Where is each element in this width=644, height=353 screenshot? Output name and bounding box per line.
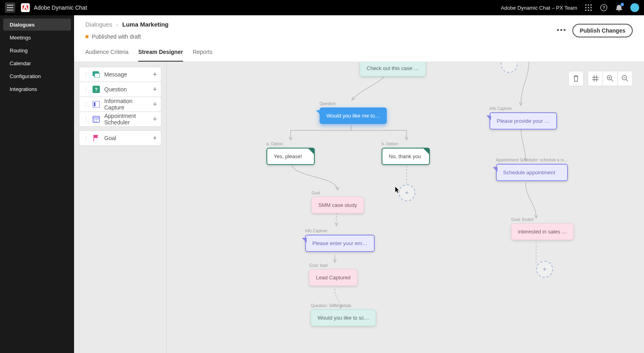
drag-handle-icon: ⋮ — [83, 116, 89, 122]
publish-button[interactable]: Publish Changes — [572, 24, 633, 37]
breadcrumb-current: Luma Marketing — [122, 21, 169, 28]
app-grid-icon[interactable] — [584, 4, 592, 12]
palette-item-label: Message — [104, 71, 153, 78]
add-node-placeholder[interactable] — [501, 62, 518, 73]
svg-point-25 — [94, 119, 95, 120]
flow-canvas[interactable]: Check out this case … Question Would you… — [167, 62, 644, 353]
grid-tool-icon[interactable] — [588, 71, 603, 86]
flag-icon — [92, 134, 100, 142]
sidenav-item-routing[interactable]: Routing — [3, 44, 71, 56]
publish-status: Published with draft — [85, 33, 169, 40]
node-goal-lead[interactable]: Goal: lead Lead Captured — [309, 263, 357, 286]
palette-item-label: Appointment Scheduler — [104, 113, 153, 126]
palette-item-goal[interactable]: ⋮ Goal + — [79, 130, 161, 146]
node-option-no[interactable]: b. Option No, thank you — [382, 142, 430, 165]
chevron-right-icon: › — [116, 21, 118, 28]
component-palette: ⋮ Message + ⋮ ? Question + ⋮ Information… — [74, 62, 167, 353]
breadcrumb-root[interactable]: Dialogues — [85, 21, 112, 28]
connectors — [167, 62, 644, 353]
node-info-email[interactable]: Info Capture Please enter your em… — [305, 229, 375, 252]
svg-text:?: ? — [95, 87, 98, 93]
node-type-label: Appointment Scheduler: schedule a m… — [496, 158, 568, 162]
node-text: interested in sales … — [511, 223, 574, 240]
node-message-case[interactable]: Check out this case … — [360, 62, 426, 76]
sidenav-item-configuration[interactable]: Configuration — [3, 70, 71, 82]
drag-handle-icon: ⋮ — [83, 135, 89, 141]
user-avatar[interactable] — [630, 3, 639, 12]
svg-marker-4 — [23, 5, 25, 10]
adobe-logo-icon — [21, 3, 30, 12]
sidenav-item-meetings[interactable]: Meetings — [3, 31, 71, 43]
svg-rect-7 — [588, 4, 589, 6]
node-question-smm[interactable]: Question: SMM details Would you like to … — [311, 303, 376, 326]
node-type-label: Question: SMM details — [311, 303, 376, 308]
tab-stream-designer[interactable]: Stream Designer — [138, 45, 183, 62]
node-info-provide[interactable]: Info Capture Please provide your … — [489, 106, 557, 130]
plus-icon: + — [153, 70, 157, 79]
svg-rect-18 — [95, 73, 100, 78]
svg-rect-22 — [94, 102, 95, 106]
menu-toggle-icon[interactable] — [5, 2, 15, 13]
message-icon — [92, 70, 100, 78]
zoom-out-icon[interactable] — [617, 71, 633, 86]
drag-handle-icon: ⋮ — [83, 101, 89, 107]
svg-line-31 — [611, 79, 613, 81]
zoom-in-icon[interactable] — [603, 71, 618, 86]
tab-reports[interactable]: Reports — [193, 45, 213, 62]
sidenav-item-dialogues[interactable]: Dialogues — [3, 19, 71, 31]
node-type-label: Info Capture — [305, 229, 375, 233]
node-appointment[interactable]: Appointment Scheduler: schedule a m… Sch… — [496, 158, 568, 181]
svg-rect-12 — [585, 10, 586, 11]
node-type-label: Info Capture — [489, 106, 557, 111]
node-type-label: Goal: lead — [309, 263, 357, 268]
palette-item-info-capture[interactable]: ⋮ Information Capture + — [79, 97, 161, 112]
svg-rect-8 — [590, 4, 592, 6]
tab-audience-criteria[interactable]: Audience Criteria — [85, 45, 128, 62]
side-nav: Dialogues Meetings Routing Calendar Conf… — [0, 15, 74, 353]
page-header: Dialogues › Luma Marketing Published wit… — [74, 15, 644, 62]
delete-tool-icon[interactable] — [568, 71, 584, 86]
sidenav-item-integrations[interactable]: Integrations — [3, 83, 71, 95]
svg-point-26 — [96, 119, 97, 120]
node-type-label: a. Option — [266, 142, 315, 146]
svg-marker-3 — [26, 5, 28, 10]
add-node-placeholder[interactable]: + — [536, 261, 553, 278]
node-option-yes[interactable]: a. Option Yes, please! — [266, 142, 315, 165]
app-name: Adobe Dynamic Chat — [34, 4, 87, 11]
notifications-icon[interactable] — [615, 4, 623, 12]
svg-rect-6 — [585, 4, 586, 6]
help-icon[interactable]: ? — [600, 4, 608, 12]
drag-handle-icon: ⋮ — [83, 71, 89, 78]
team-label: Adobe Dynamic Chat – PX Team — [501, 5, 577, 11]
node-text: Schedule appointment — [496, 164, 568, 181]
node-goal-smm[interactable]: Goal SMM case study — [312, 191, 364, 213]
svg-rect-14 — [590, 10, 592, 11]
svg-text:?: ? — [603, 5, 605, 10]
node-text: Would you like to sc… — [311, 310, 376, 326]
node-goal-interested[interactable]: Goal: Ended interested in sales … — [511, 217, 574, 240]
node-text: SMM case study — [312, 197, 364, 213]
palette-item-label: Question — [104, 86, 153, 93]
more-actions-icon[interactable]: ••• — [556, 25, 567, 36]
svg-point-28 — [94, 121, 95, 122]
svg-rect-2 — [7, 10, 13, 10]
svg-rect-9 — [585, 7, 586, 8]
node-text: Lead Captured — [309, 269, 357, 286]
svg-marker-5 — [25, 7, 27, 10]
notification-dot-icon — [621, 3, 624, 6]
node-text: Would you like me to… — [320, 107, 387, 124]
plus-icon: + — [153, 100, 157, 109]
palette-item-appointment[interactable]: ⋮ Appointment Scheduler + — [79, 111, 161, 127]
sidenav-item-calendar[interactable]: Calendar — [3, 57, 71, 69]
node-type-label: Goal — [312, 191, 364, 195]
node-question-like[interactable]: Question Would you like me to… — [320, 101, 387, 124]
palette-item-question[interactable]: ⋮ ? Question + — [79, 82, 161, 97]
add-node-placeholder[interactable]: + — [398, 184, 415, 201]
question-icon: ? — [92, 85, 100, 93]
node-text: Yes, please! — [266, 148, 315, 165]
status-dot-icon — [85, 35, 89, 38]
palette-item-message[interactable]: ⋮ Message + — [79, 67, 161, 82]
top-bar: Adobe Dynamic Chat Adobe Dynamic Chat – … — [0, 0, 644, 15]
node-type-label: Question — [320, 101, 387, 106]
svg-rect-1 — [7, 7, 13, 8]
